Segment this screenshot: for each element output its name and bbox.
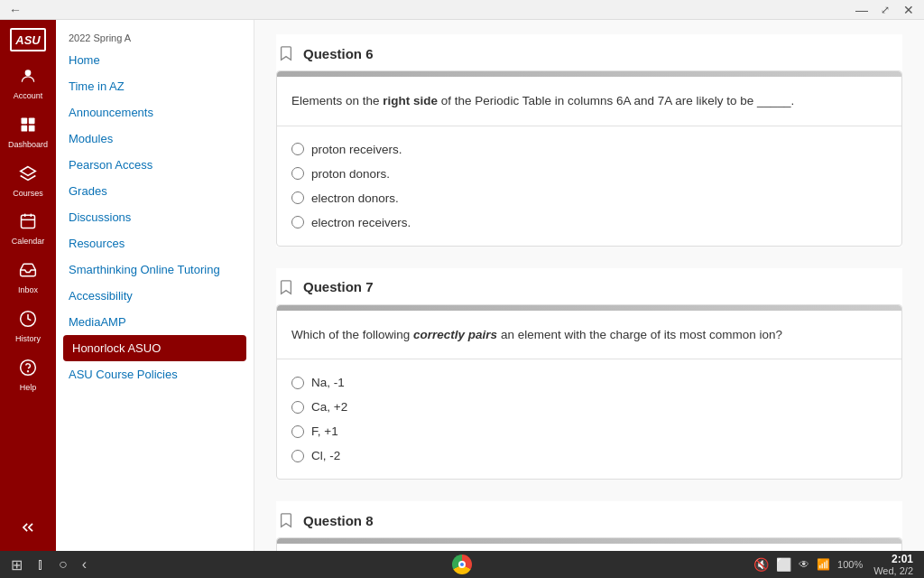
nav-dashboard[interactable]: Dashboard <box>0 108 56 157</box>
q7-label-a: Na, -1 <box>311 376 345 389</box>
question-7-card: Which of the following correctly pairs a… <box>276 304 902 480</box>
question-7-block: Question 7 Which of the following correc… <box>276 268 902 480</box>
q6-label-b: proton donors. <box>311 167 390 181</box>
account-label: Account <box>14 91 43 101</box>
help-icon <box>19 359 37 381</box>
q7-option-b[interactable]: Ca, +2 <box>291 395 887 419</box>
history-label: History <box>15 334 41 344</box>
question-7-title: Question 7 <box>303 279 374 294</box>
status-menu-icon[interactable]: ⫿ <box>37 556 44 573</box>
sidebar-item-home[interactable]: Home <box>56 47 254 73</box>
q7-radio-b[interactable] <box>291 401 304 414</box>
svg-point-10 <box>21 359 36 375</box>
svg-rect-3 <box>22 126 28 132</box>
q6-radio-b[interactable] <box>291 167 304 180</box>
q6-radio-c[interactable] <box>291 191 304 204</box>
nav-account[interactable]: Account <box>0 60 56 108</box>
sidebar-item-honorlock[interactable]: Honorlock ASUO <box>63 335 246 361</box>
inbox-label: Inbox <box>18 285 38 295</box>
restore-button[interactable]: ⤢ <box>877 2 893 18</box>
sidebar-item-asu-policies[interactable]: ASU Course Policies <box>56 361 254 387</box>
svg-rect-1 <box>22 117 28 124</box>
q7-option-c[interactable]: F, +1 <box>291 419 887 443</box>
course-sidebar: 2022 Spring A Home Time in AZ Announceme… <box>56 20 254 551</box>
sidebar-item-resources[interactable]: Resources <box>56 230 254 256</box>
q7-radio-c[interactable] <box>291 425 304 438</box>
svg-point-11 <box>28 371 29 372</box>
q6-label-a: proton receivers. <box>311 143 402 156</box>
inbox-icon <box>19 261 37 284</box>
status-time: 2:01 <box>873 553 913 565</box>
status-back-icon[interactable]: ‹ <box>82 556 87 573</box>
question-7-header: Question 7 <box>276 268 902 304</box>
sidebar-item-smarthinking[interactable]: Smarthinking Online Tutoring <box>56 256 254 283</box>
q6-radio-a[interactable] <box>291 143 304 155</box>
display-icon[interactable]: 👁 <box>799 558 809 571</box>
sidebar-item-mediaaamp[interactable]: MediaAMP <box>56 309 254 335</box>
q6-option-a[interactable]: proton receivers. <box>291 137 887 162</box>
question-8-text: When covalent bonds are formed between h… <box>277 544 901 551</box>
question-7-bookmark[interactable] <box>276 277 296 297</box>
quiz-content: Question 6 Elements on the right side of… <box>254 20 924 551</box>
nav-collapse[interactable] <box>15 511 41 544</box>
sidebar-item-discussions[interactable]: Discussions <box>56 204 254 230</box>
close-button[interactable]: ✕ <box>901 2 917 18</box>
status-grid-icon[interactable]: ⊞ <box>11 556 23 573</box>
asu-logo-text: ASU <box>15 33 40 47</box>
calendar-icon <box>19 212 37 235</box>
back-button[interactable]: ← <box>7 2 23 18</box>
svg-rect-5 <box>22 216 35 228</box>
screen-icon[interactable]: ⬜ <box>776 557 791 572</box>
question-7-text: Which of the following correctly pairs a… <box>277 311 901 359</box>
q7-radio-a[interactable] <box>291 377 304 389</box>
q6-label-d: electron receivers. <box>311 216 411 229</box>
dashboard-label: Dashboard <box>8 140 48 150</box>
courses-icon <box>19 164 37 187</box>
question-8-block: Question 8 When covalent bonds are forme… <box>276 501 902 551</box>
q6-option-c[interactable]: electron donors. <box>291 186 887 210</box>
nav-calendar[interactable]: Calendar <box>0 205 56 254</box>
nav-history[interactable]: History <box>0 303 56 351</box>
status-home-icon[interactable]: ○ <box>59 556 68 573</box>
sidebar-item-grades[interactable]: Grades <box>56 178 254 204</box>
wifi-icon[interactable]: 📶 <box>817 558 830 571</box>
svg-point-0 <box>25 70 32 76</box>
chrome-center <box>458 561 466 568</box>
q6-radio-d[interactable] <box>291 216 304 228</box>
question-8-title: Question 8 <box>303 513 374 528</box>
minimize-button[interactable]: — <box>854 2 870 18</box>
q7-label-d: Cl, -2 <box>311 449 340 462</box>
question-7-options: Na, -1 Ca, +2 F, +1 Cl, -2 <box>277 359 901 479</box>
question-8-bookmark[interactable] <box>276 510 296 530</box>
question-6-text: Elements on the right side of the Period… <box>277 77 901 126</box>
svg-rect-4 <box>29 126 35 132</box>
nav-courses[interactable]: Courses <box>0 157 56 206</box>
question-6-title: Question 6 <box>303 46 374 61</box>
history-icon <box>19 310 37 332</box>
q6-option-d[interactable]: electron receivers. <box>291 210 887 235</box>
sidebar-item-accessibility[interactable]: Accessibility <box>56 283 254 309</box>
q7-option-d[interactable]: Cl, -2 <box>291 443 887 468</box>
status-date: Wed, 2/2 <box>873 565 913 576</box>
sidebar-item-pearson-access[interactable]: Pearson Access <box>56 152 254 178</box>
nav-help[interactable]: Help <box>0 351 56 400</box>
nav-inbox[interactable]: Inbox <box>0 254 56 303</box>
sidebar-item-modules[interactable]: Modules <box>56 126 254 152</box>
question-6-header: Question 6 <box>276 34 902 70</box>
svg-rect-2 <box>29 117 35 124</box>
sidebar-item-announcements[interactable]: Announcements <box>56 99 254 126</box>
q7-label-c: F, +1 <box>311 424 338 438</box>
asu-logo[interactable]: ASU <box>10 23 46 56</box>
q6-option-b[interactable]: proton donors. <box>291 162 887 186</box>
q7-option-a[interactable]: Na, -1 <box>291 370 887 395</box>
q7-radio-d[interactable] <box>291 450 304 462</box>
sidebar-item-time-in-az[interactable]: Time in AZ <box>56 73 254 99</box>
question-6-bookmark[interactable] <box>276 43 296 63</box>
battery-icon[interactable]: 100% <box>837 559 863 570</box>
q7-label-b: Ca, +2 <box>311 400 347 414</box>
courses-label: Courses <box>13 189 43 199</box>
mute-icon[interactable]: 🔇 <box>753 557 769 572</box>
chrome-icon[interactable] <box>452 555 472 574</box>
calendar-label: Calendar <box>12 237 45 247</box>
window-titlebar: ← — ⤢ ✕ <box>0 0 924 20</box>
